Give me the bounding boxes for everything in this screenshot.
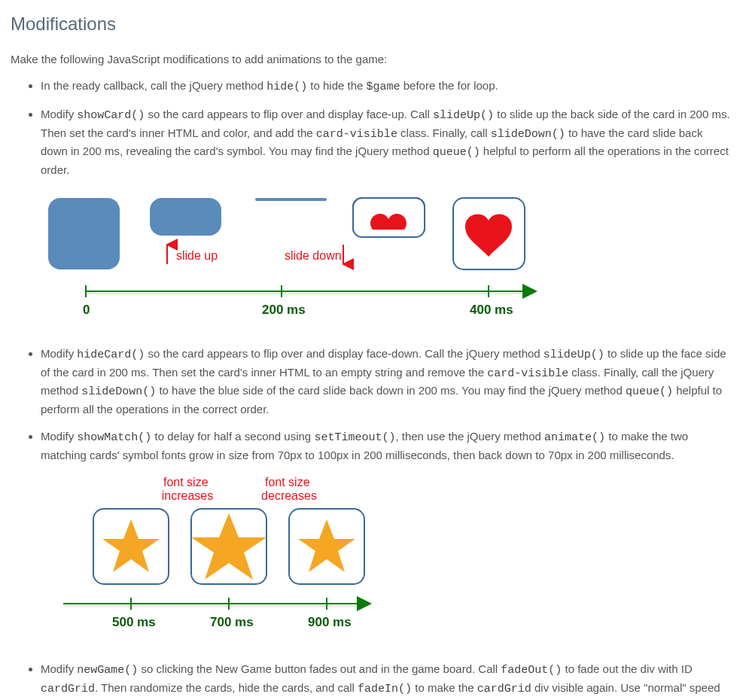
slide-down-label: slide down [285,249,342,262]
code: setTimeout() [314,431,395,444]
card-back [48,198,120,269]
section-heading: Modifications [11,11,732,38]
card-star-small-2 [289,509,364,584]
tick-label: 700 ms [210,615,254,629]
code: hide() [266,81,307,93]
card-star-big [191,509,266,584]
item-paragraph: Modify hideCard() so the card appears to… [41,345,732,418]
code: cardGrid [41,683,95,695]
tick-label: 400 ms [470,303,513,317]
code: card-visible [316,128,397,141]
item-paragraph: In the ready callback, call the jQuery m… [41,78,732,96]
code: slideUp() [544,348,604,361]
code: showMatch() [77,431,151,444]
slide-up-label: slide up [176,249,218,262]
code: slideDown() [81,385,156,398]
code: fadeOut() [501,664,562,677]
card-back-sliding [150,198,221,236]
card-star-small [93,509,169,584]
tick-label: 900 ms [308,615,352,629]
code: cardGrid [477,683,531,695]
tick-label: 500 ms [112,615,156,629]
intro-text: Make the following JavaScript modificati… [11,51,732,68]
item-paragraph: Modify showCard() so the card appears to… [41,106,732,178]
code: queue() [433,146,480,159]
card-face-full [453,198,525,269]
code: slideUp() [433,109,494,122]
tick-label: 200 ms [262,303,306,317]
item-paragraph: Modify showMatch() to delay for half a s… [41,428,732,464]
code: fadeIn() [358,683,412,695]
code: slideDown() [491,128,565,141]
code: hideCard() [77,348,145,361]
tick-label: 0 [83,303,90,317]
list-item: Modify showCard() so the card appears to… [41,106,732,332]
modifications-list: In the ready callback, call the jQuery m… [11,78,732,701]
list-item: Modify newGame() so clicking the New Gam… [41,661,732,700]
font-grow-diagram: font size increases font size decreases [41,474,732,647]
code: queue() [626,385,673,398]
list-item: In the ready callback, call the jQuery m… [41,78,732,96]
code: animate() [544,431,605,444]
inc-label: font size increases [162,476,213,502]
dec-label: font size decreases [261,476,317,502]
card-collapsed [255,198,327,201]
code: newGame() [77,664,138,677]
item-paragraph: Modify newGame() so clicking the New Gam… [41,661,732,700]
code: card-visible [487,367,568,380]
card-face-sliding [353,198,425,245]
slide-animation-diagram: slide up slide down [41,189,732,332]
code: $game [367,81,400,93]
list-item: Modify hideCard() so the card appears to… [41,345,732,418]
code: showCard() [77,109,145,122]
list-item: Modify showMatch() to delay for half a s… [41,428,732,647]
